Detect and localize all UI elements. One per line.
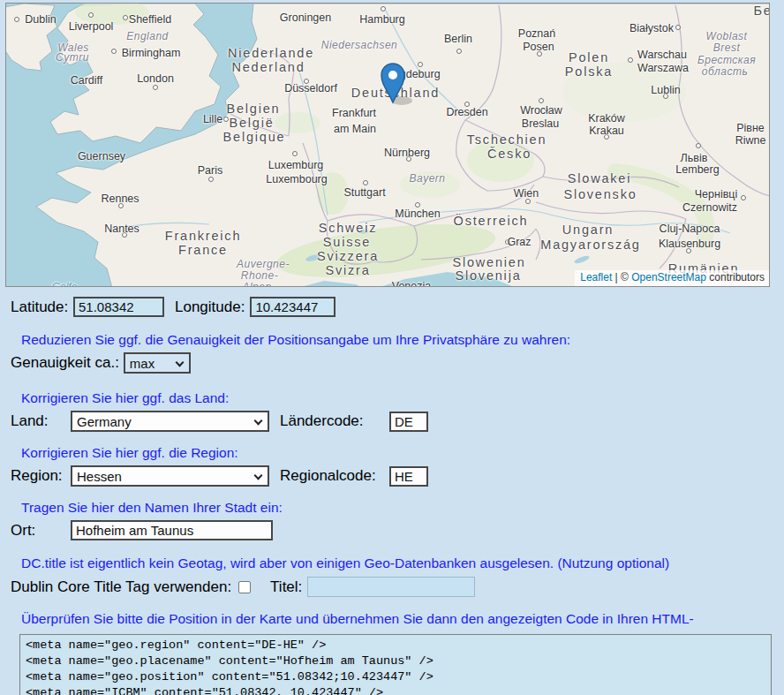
geotag-code-textarea[interactable] — [19, 634, 772, 695]
map-label: Dresden — [446, 106, 487, 118]
privacy-note: Reduzieren Sie ggf. die Genauigkeit der … — [21, 332, 784, 348]
map-label: Breslau — [522, 117, 559, 130]
map-label: France — [178, 243, 228, 257]
map-label: België — [229, 116, 274, 130]
map-label: Belgique — [223, 130, 286, 144]
map-label: England — [126, 30, 169, 42]
code-note: Überprüfen Sie bitte die Position in der… — [21, 611, 784, 627]
country-select[interactable]: Germany — [72, 412, 268, 430]
city-dot-icon — [456, 49, 462, 54]
map-label: Wales — [57, 42, 89, 54]
longitude-input[interactable] — [250, 297, 335, 317]
city-dot-icon — [696, 143, 701, 148]
city-dot-icon — [123, 15, 128, 20]
map-label: Cardiff — [71, 74, 103, 87]
title-input[interactable] — [307, 577, 475, 597]
map-label: Lille — [203, 113, 222, 125]
map-label: Golfe — [52, 281, 78, 287]
map-label: Warschau — [637, 49, 687, 61]
map-label: Sheffield — [129, 13, 171, 26]
map-label: Magyarország — [540, 238, 640, 252]
city-dot-icon — [406, 156, 411, 162]
city-dot-icon — [381, 6, 386, 11]
map-label: Hamburg — [359, 13, 404, 26]
map-label: Stuttgart — [343, 186, 385, 199]
map-label: Riwne — [735, 134, 766, 147]
region-code-label: Regionalcode: — [280, 467, 382, 485]
latitude-input[interactable] — [73, 297, 164, 317]
openstreetmap-link[interactable]: OpenStreetMap — [631, 271, 706, 283]
map-label: Venezia — [392, 280, 431, 287]
map-label: Рівне — [736, 122, 765, 134]
city-dot-icon — [525, 199, 531, 204]
city-dot-icon — [292, 151, 298, 156]
region-select[interactable]: Hessen — [72, 467, 268, 485]
map-label: Białystok — [629, 22, 674, 34]
city-dot-icon — [415, 202, 420, 208]
map-label: Guernsey — [78, 150, 125, 162]
map-label: Brest — [713, 42, 741, 54]
country-note: Korrigieren Sie hier ggf. das Land: — [21, 390, 784, 406]
region-code-input[interactable] — [389, 466, 428, 487]
map-label: Luxemburg — [268, 159, 324, 171]
map-label: Groningen — [280, 11, 331, 24]
map-label: München — [395, 208, 440, 220]
map-label: Polska — [565, 64, 613, 79]
map-label: Luxembourg — [266, 173, 328, 185]
map-label: Belgien — [227, 102, 281, 116]
map-label: Kraków — [588, 112, 625, 125]
city-dot-icon — [118, 203, 124, 208]
map-label: Woblast — [706, 30, 748, 42]
title-label: Titel: — [270, 578, 302, 596]
city-dot-icon — [88, 12, 94, 18]
map-label: Ungarn — [562, 223, 614, 237]
map-label: Dublin — [25, 13, 56, 26]
accuracy-label: Genauigkeit ca.: — [11, 354, 119, 372]
map-label: Nederland — [231, 60, 305, 74]
map[interactable]: DublinLiverpoolSheffieldEnglandWalesCymr… — [5, 3, 770, 287]
city-dot-icon — [418, 62, 423, 67]
map-label: Frankreich — [165, 229, 242, 243]
dc-title-checkbox[interactable] — [238, 581, 251, 593]
region-select-wrap: Hessen — [71, 465, 269, 487]
map-attribution: Leaflet | © OpenStreetMap contributors — [575, 270, 769, 286]
map-label: Чернівці — [695, 188, 738, 200]
city-dot-icon — [14, 17, 19, 22]
map-label: Liverpool — [69, 20, 114, 33]
accuracy-select-wrap: max — [124, 352, 191, 374]
map-label: Poznań — [518, 27, 555, 40]
map-label: Slovensko — [563, 187, 637, 201]
map-label: Бел — [754, 4, 770, 18]
accuracy-select[interactable]: max — [125, 354, 189, 372]
map-label: Česko — [487, 147, 531, 161]
city-dot-icon — [153, 85, 158, 90]
map-label: Брестская — [697, 54, 756, 66]
city-label: Ort: — [11, 522, 71, 540]
leaflet-link[interactable]: Leaflet — [580, 271, 612, 283]
dc-title-label: Dublin Core Title Tag verwenden: — [11, 578, 231, 596]
attribution-separator: | © — [612, 271, 631, 283]
map-label: Wrocław — [520, 104, 562, 117]
map-label: Cymru — [56, 51, 89, 64]
dc-title-note: DC.title ist eigentlich kein Geotag, wir… — [21, 555, 784, 571]
map-label: Polen — [569, 50, 609, 64]
country-code-input[interactable] — [389, 412, 428, 432]
map-label: London — [137, 72, 174, 85]
map-label: Svizra — [325, 263, 370, 277]
map-label: Львів — [681, 152, 708, 164]
city-dot-icon — [111, 49, 117, 54]
map-label: Wien — [514, 187, 539, 200]
city-input[interactable] — [71, 520, 273, 540]
map-label: Auvergne- — [237, 258, 290, 270]
city-dot-icon — [505, 239, 510, 245]
city-dot-icon — [304, 79, 309, 84]
city-dot-icon — [604, 134, 609, 140]
map-label: Slowenien — [452, 255, 525, 269]
city-dot-icon — [122, 232, 127, 238]
city-dot-icon — [628, 57, 633, 63]
map-label: Lemberg — [675, 163, 719, 176]
city-dot-icon — [539, 98, 544, 103]
map-label: Slovenija — [455, 268, 521, 283]
city-dot-icon — [537, 51, 542, 57]
city-dot-icon — [663, 94, 668, 99]
